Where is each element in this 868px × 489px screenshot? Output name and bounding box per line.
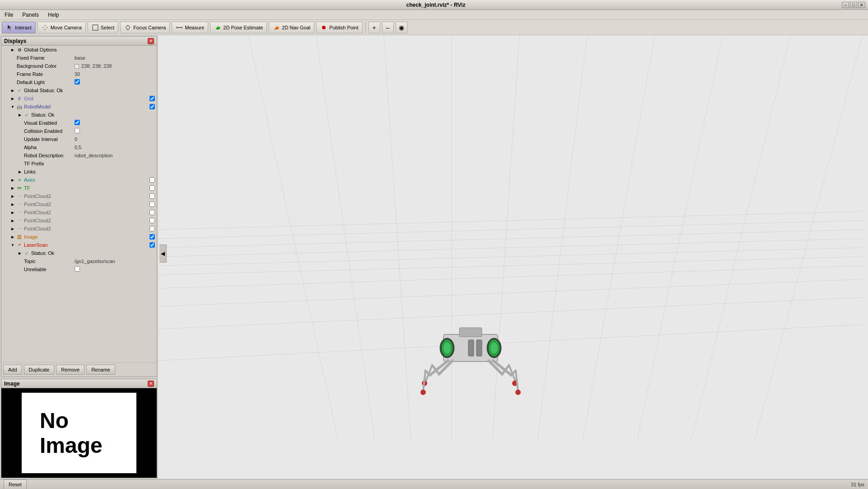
pc2-expand[interactable]: ▶: [9, 201, 16, 207]
image-panel-close-button[interactable]: ✕: [148, 381, 154, 387]
svg-point-7: [322, 26, 326, 29]
frame-rate-row[interactable]: Frame Rate 30: [1, 70, 157, 78]
pc2-checkbox[interactable]: [149, 202, 155, 207]
default-light-row[interactable]: Default Light: [1, 78, 157, 86]
maximize-button[interactable]: □: [850, 2, 857, 8]
laser-scan-checkbox[interactable]: [149, 242, 155, 248]
visual-enabled-row[interactable]: Visual Enabled: [1, 119, 157, 127]
tool-focus-camera[interactable]: Focus Camera: [120, 22, 170, 33]
grid-row[interactable]: ▶ # Grid: [1, 94, 157, 103]
grid-expand[interactable]: ▶: [9, 95, 16, 102]
axes-expand[interactable]: ▶: [9, 177, 16, 183]
tool-interact[interactable]: Interact: [2, 22, 36, 33]
laser-scan-label: LaserScan: [23, 242, 149, 248]
rename-button[interactable]: Rename: [86, 365, 115, 375]
robot-description-row[interactable]: Robot Description robot_description: [1, 151, 157, 160]
axes-row[interactable]: ▶ ⟲ Axes: [1, 176, 157, 184]
remove-button[interactable]: Remove: [56, 365, 84, 375]
laser-status-expand[interactable]: ▶: [17, 250, 23, 256]
default-light-label: Default Light: [2, 80, 75, 85]
laser-status-row[interactable]: ▶ ✓ Status: Ok: [1, 249, 157, 257]
pc3-expand[interactable]: ▶: [9, 209, 16, 216]
displays-panel-close-button[interactable]: ✕: [148, 38, 154, 44]
viewport-grid: .grid-line { stroke: #c0c0c0; stroke-wid…: [158, 35, 868, 479]
alpha-row[interactable]: Alpha 0,5: [1, 143, 157, 151]
global-status-row[interactable]: ▶ ✓ Global Status: Ok: [1, 86, 157, 94]
robot-model-checkbox[interactable]: [149, 104, 155, 109]
minimize-button[interactable]: –: [842, 2, 849, 8]
visual-enabled-checkbox[interactable]: [75, 120, 80, 125]
laser-unreliable-checkbox[interactable]: [75, 266, 80, 272]
displays-panel-header: Displays ✕: [1, 37, 157, 46]
menu-help[interactable]: Help: [45, 11, 62, 19]
pc1-row[interactable]: ▶ ⋯ PointCloud2: [1, 192, 157, 200]
pc3-row[interactable]: ▶ ⋯ PointCloud2: [1, 208, 157, 216]
pc3-checkbox[interactable]: [149, 210, 155, 215]
pc2-row[interactable]: ▶ ⋯ PointCloud2: [1, 200, 157, 208]
pc1-expand[interactable]: ▶: [9, 193, 16, 199]
tf-checkbox[interactable]: [149, 185, 155, 191]
3d-viewport[interactable]: .grid-line { stroke: #c0c0c0; stroke-wid…: [158, 35, 868, 479]
links-expand[interactable]: ▶: [17, 169, 23, 175]
pc5-checkbox[interactable]: [149, 226, 155, 231]
robot-status-expand[interactable]: ▶: [17, 112, 23, 118]
displays-panel-content[interactable]: ▶ ⚙ Global Options Fixed Frame base Back…: [1, 46, 157, 362]
tf-prefix-label: TF Prefix: [2, 161, 75, 166]
tool-2d-nav[interactable]: 2D Nav Goal: [269, 22, 314, 33]
laser-topic-row[interactable]: Topic /go1_gazebo/scan: [1, 257, 157, 265]
background-color-row[interactable]: Background Color 238; 238; 238: [1, 62, 157, 70]
robot-status-row[interactable]: ▶ ✓ Status: Ok: [1, 111, 157, 119]
pc4-expand[interactable]: ▶: [9, 217, 16, 224]
background-color-label: Background Color: [2, 63, 75, 69]
links-label: Links: [23, 169, 156, 174]
update-interval-row[interactable]: Update Interval 0: [1, 135, 157, 143]
image-row[interactable]: ▶ 🖼 Image: [1, 233, 157, 241]
robot-description-label: Robot Description: [2, 153, 75, 158]
laser-unreliable-row[interactable]: Unreliable: [1, 265, 157, 273]
tf-row[interactable]: ▶ TF TF: [1, 184, 157, 192]
tool-select[interactable]: Select: [88, 22, 119, 33]
svg-line-26: [691, 35, 790, 442]
tool-publish-point[interactable]: Publish Point: [316, 22, 362, 33]
displays-panel-title: Displays: [4, 38, 26, 44]
pc5-expand[interactable]: ▶: [9, 226, 16, 232]
zoom-in-button[interactable]: +: [369, 22, 380, 33]
collision-enabled-checkbox[interactable]: [75, 128, 80, 133]
axes-checkbox[interactable]: [149, 177, 155, 183]
laser-scan-expand[interactable]: ▼: [9, 242, 16, 248]
panel-collapse-arrow[interactable]: ◀: [159, 244, 167, 263]
pc4-row[interactable]: ▶ ⋯ PointCloud2: [1, 216, 157, 225]
reset-button[interactable]: Reset: [4, 480, 27, 489]
zoom-fit-button[interactable]: ◉: [396, 22, 407, 33]
tf-expand[interactable]: ▶: [9, 185, 16, 191]
svg-line-18: [248, 35, 339, 442]
robot-model-row[interactable]: ▼ 🤖 RobotModel: [1, 103, 157, 111]
add-button[interactable]: Add: [3, 365, 22, 375]
zoom-out-button[interactable]: –: [382, 22, 394, 33]
tool-2d-pose[interactable]: 2D Pose Estimate: [210, 22, 267, 33]
tf-prefix-row[interactable]: TF Prefix: [1, 160, 157, 168]
robot-model-expand[interactable]: ▼: [9, 103, 16, 110]
grid-checkbox[interactable]: [149, 96, 155, 101]
default-light-checkbox[interactable]: [75, 79, 80, 85]
laser-scan-row[interactable]: ▼ ↗ LaserScan: [1, 241, 157, 249]
svg-line-19: [316, 35, 375, 442]
menu-panels[interactable]: Panels: [19, 11, 42, 19]
pc4-checkbox[interactable]: [149, 218, 155, 223]
collision-enabled-value: [75, 128, 156, 134]
duplicate-button[interactable]: Duplicate: [24, 365, 55, 375]
links-row[interactable]: ▶ Links: [1, 168, 157, 176]
global-status-expand[interactable]: ▶: [9, 87, 16, 94]
image-checkbox[interactable]: [149, 234, 155, 240]
image-expand[interactable]: ▶: [9, 234, 16, 240]
pc5-row[interactable]: ▶ ⋯ PointCloud2: [1, 225, 157, 233]
fixed-frame-row[interactable]: Fixed Frame base: [1, 54, 157, 62]
tool-measure[interactable]: Measure: [172, 22, 208, 33]
global-options-expand[interactable]: ▶: [9, 47, 16, 53]
global-options-row[interactable]: ▶ ⚙ Global Options: [1, 46, 157, 54]
tool-move-camera[interactable]: Move Camera: [37, 22, 86, 33]
collision-enabled-row[interactable]: Collision Enabled: [1, 127, 157, 135]
menu-file[interactable]: File: [2, 11, 16, 19]
close-button[interactable]: ✕: [858, 2, 865, 8]
pc1-checkbox[interactable]: [149, 193, 155, 199]
